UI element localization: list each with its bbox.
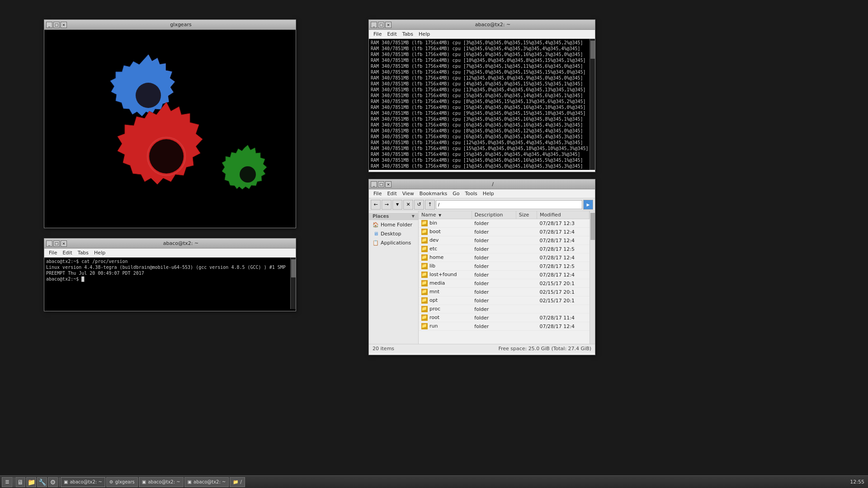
terminal-top-scrollbar[interactable]: [590, 39, 595, 170]
glxgears-titlebar[interactable]: _ □ × glxgears: [44, 20, 296, 30]
titlebar-controls-bl[interactable]: _ □ ×: [46, 240, 67, 247]
table-row[interactable]: 📁etcfolder07/28/17 12:5: [419, 245, 590, 253]
fm-address-input[interactable]: [436, 200, 582, 209]
fm-file-list: 📁binfolder07/28/17 12:3📁bootfolder07/28/…: [419, 219, 590, 331]
taskbar-terminal3[interactable]: ▣ abaco@tx2: ~: [184, 477, 229, 487]
file-modified-cell: 07/28/17 12:5: [537, 262, 589, 271]
sidebar-item-applications[interactable]: 📋 Applications: [369, 238, 418, 247]
titlebar-controls-top[interactable]: _ □ ×: [371, 22, 392, 28]
taskbar: ☰ 🖥 📁 🔧 ⚙ ▣ abaco@tx2: ~ ⚙ glxgears ▣ ab…: [0, 475, 868, 488]
file-name-cell: 📁dev: [419, 236, 472, 245]
fm-up-btn[interactable]: ↑: [425, 200, 435, 210]
maximize-btn-bl[interactable]: □: [53, 240, 60, 247]
fm-sidebar: Places ▼ 🏠 Home Folder 🖥 Desktop 📋 Appli…: [369, 211, 419, 344]
fm-free-space: Free space: 25.0 GiB (Total: 27.4 GiB): [498, 346, 591, 352]
folder-icon: 📁: [421, 237, 428, 244]
maximize-btn-top[interactable]: □: [378, 22, 384, 28]
terminal-bottom-left-titlebar[interactable]: _ □ × abaco@tx2: ~: [44, 239, 296, 249]
file-name-cell: 📁home: [419, 253, 472, 262]
table-row[interactable]: 📁bootfolder07/28/17 12:4: [419, 228, 590, 236]
terminal-bl-scrollbar[interactable]: [290, 258, 296, 309]
menu-file-top[interactable]: File: [371, 30, 384, 38]
file-name-cell: 📁mnt: [419, 288, 472, 296]
table-row[interactable]: 📁libfolder07/28/17 12:5: [419, 262, 590, 271]
table-row[interactable]: 📁procfolder: [419, 305, 590, 314]
file-desc-cell: folder: [472, 296, 516, 305]
titlebar-controls[interactable]: _ □ ×: [46, 22, 67, 28]
taskbar-terminal1[interactable]: ▣ abaco@tx2: ~: [61, 477, 105, 487]
menu-tabs-top[interactable]: Tabs: [400, 30, 416, 38]
minimize-btn-top[interactable]: _: [371, 22, 377, 28]
taskbar-icon-area[interactable]: 🖥: [15, 477, 25, 487]
terminal-top-titlebar[interactable]: _ □ × abaco@tx2: ~: [369, 20, 595, 30]
close-btn-top[interactable]: ×: [385, 22, 392, 28]
taskbar-sep2: [59, 477, 60, 487]
close-btn-fm[interactable]: ×: [385, 181, 392, 188]
menu-tabs-bl[interactable]: Tabs: [75, 249, 91, 257]
minimize-btn-fm[interactable]: _: [371, 181, 377, 188]
fm-stop-btn[interactable]: ✕: [403, 200, 413, 210]
taskbar-terminal3-icon: ▣: [188, 479, 192, 484]
menu-file-bl[interactable]: File: [46, 249, 60, 257]
col-modified[interactable]: Modified: [537, 211, 589, 219]
sidebar-item-desktop[interactable]: 🖥 Desktop: [369, 229, 418, 238]
col-desc[interactable]: Description: [472, 211, 516, 219]
table-row[interactable]: 📁devfolder07/28/17 12:4: [419, 236, 590, 245]
menu-file-fm[interactable]: File: [371, 190, 384, 197]
fm-scrollbar-thumb[interactable]: [590, 213, 595, 240]
folder-icon: 📁: [421, 289, 428, 295]
taskbar-glxgears[interactable]: ⚙ glxgears: [106, 477, 138, 487]
menu-help-top[interactable]: Help: [416, 30, 433, 38]
file-manager-window: _ □ × / File Edit View Bookmarks Go Tool…: [368, 179, 595, 355]
taskbar-icon-area2[interactable]: 📁: [26, 477, 36, 487]
menu-help-fm[interactable]: Help: [480, 190, 497, 197]
col-name[interactable]: Name ▼: [419, 211, 472, 219]
taskbar-icon-area3[interactable]: 🔧: [37, 477, 47, 487]
table-row[interactable]: 📁rootfolder07/28/17 11:4: [419, 314, 590, 322]
file-modified-cell: 07/28/17 12:4: [537, 322, 589, 331]
close-btn-bl[interactable]: ×: [61, 240, 67, 247]
taskbar-icon-area4[interactable]: ⚙: [48, 477, 58, 487]
table-row[interactable]: 📁mntfolder02/15/17 20:1: [419, 288, 590, 296]
table-row[interactable]: 📁mediafolder02/15/17 20:1: [419, 279, 590, 288]
menu-edit-fm[interactable]: Edit: [384, 190, 399, 197]
menu-go-fm[interactable]: Go: [450, 190, 462, 197]
terminal-bl-scrollthumb[interactable]: [291, 259, 296, 277]
menu-edit-bl[interactable]: Edit: [60, 249, 75, 257]
file-desc-cell: folder: [472, 322, 516, 331]
taskbar-start-btn[interactable]: ☰: [2, 477, 13, 487]
glxgears-svg: [44, 30, 296, 228]
maximize-btn[interactable]: □: [53, 22, 60, 28]
menu-edit-top[interactable]: Edit: [384, 30, 399, 38]
minimize-btn[interactable]: _: [46, 22, 52, 28]
file-manager-title: /: [392, 181, 593, 187]
titlebar-controls-fm[interactable]: _ □ ×: [371, 181, 392, 188]
fm-go-btn[interactable]: ▶: [583, 200, 593, 210]
col-size[interactable]: Size: [516, 211, 537, 219]
maximize-btn-fm[interactable]: □: [378, 181, 384, 188]
table-row[interactable]: 📁optfolder02/15/17 20:1: [419, 296, 590, 305]
menu-help-bl[interactable]: Help: [91, 249, 108, 257]
minimize-btn-bl[interactable]: _: [46, 240, 52, 247]
table-row[interactable]: 📁homefolder07/28/17 12:4: [419, 253, 590, 262]
sidebar-item-home[interactable]: 🏠 Home Folder: [369, 220, 418, 229]
close-btn[interactable]: ×: [61, 22, 67, 28]
file-manager-titlebar[interactable]: _ □ × /: [369, 179, 595, 189]
fm-dropdown-btn[interactable]: ▼: [392, 200, 402, 210]
fm-back-btn[interactable]: ←: [371, 200, 381, 210]
taskbar-terminal2[interactable]: ▣ abaco@tx2: ~: [139, 477, 184, 487]
terminal-top-scrollthumb[interactable]: [590, 41, 595, 59]
table-row[interactable]: 📁runfolder07/28/17 12:4: [419, 322, 590, 331]
menu-tools-fm[interactable]: Tools: [462, 190, 480, 197]
file-size-cell: [516, 228, 537, 236]
fm-forward-btn[interactable]: →: [382, 200, 392, 210]
file-modified-cell: 07/28/17 12:4: [537, 228, 589, 236]
taskbar-filemanager[interactable]: 📁 /: [230, 477, 245, 487]
menu-view-fm[interactable]: View: [400, 190, 417, 197]
table-row[interactable]: 📁binfolder07/28/17 12:3: [419, 219, 590, 228]
file-desc-cell: folder: [472, 219, 516, 228]
fm-reload-btn[interactable]: ↺: [414, 200, 424, 210]
fm-scrollbar[interactable]: [590, 211, 595, 344]
table-row[interactable]: 📁lost+foundfolder07/28/17 12:4: [419, 271, 590, 279]
menu-bookmarks-fm[interactable]: Bookmarks: [417, 190, 450, 197]
